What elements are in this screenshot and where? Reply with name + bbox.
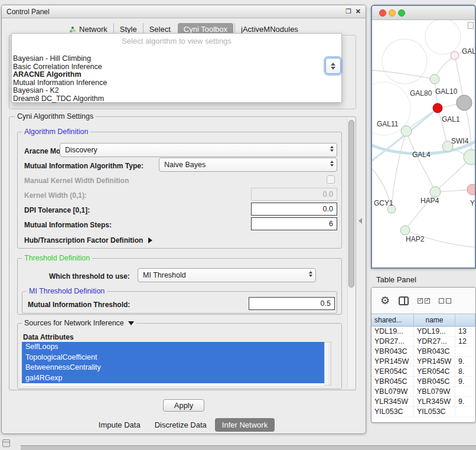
table-row[interactable]: YBL079W YBL079W	[371, 387, 475, 397]
table-row[interactable]: YBR043C YBR043C	[371, 347, 475, 357]
dpi-tolerance-value: 0.0	[323, 205, 333, 213]
minimize-traffic-light-icon[interactable]	[389, 9, 396, 17]
table-row[interactable]: YDR27... YDR27... 12	[371, 337, 475, 347]
cell: YER054C	[371, 367, 414, 376]
sources-group-title: Sources for Network Inference	[24, 319, 124, 327]
cell: YDR27...	[414, 337, 455, 346]
node[interactable]	[467, 184, 475, 195]
node[interactable]	[430, 187, 441, 197]
bottom-panel-edge[interactable]	[21, 445, 476, 450]
attribute-item-selected[interactable]: TopologicalCoefficient	[22, 353, 324, 363]
column-header-name[interactable]: name	[414, 314, 455, 326]
data-attributes-list[interactable]: SelfLoops TopologicalCoefficient Between…	[22, 342, 324, 386]
window-title: Control Panel	[6, 8, 341, 16]
collapse-down-icon	[128, 321, 134, 325]
node[interactable]	[430, 74, 439, 84]
gear-icon[interactable]: ⚙	[380, 295, 390, 306]
combo-arrows-icon	[330, 146, 334, 152]
kernel-width-field: 0.0	[251, 188, 337, 201]
table-panel-window: ⚙ shared... name YDL19... YDL19... 13 YD…	[371, 287, 476, 423]
network-window-titlebar[interactable]	[372, 6, 475, 20]
tab-label-impute-data: Impute Data	[99, 420, 141, 429]
table-row[interactable]: YBR045C YBR045C 9.	[371, 377, 475, 387]
algorithm-option-selected[interactable]: ARACNE Algorithm	[12, 71, 341, 79]
node-label: GAL11	[377, 120, 399, 128]
close-icon[interactable]: ✕	[356, 8, 361, 15]
cell: YIL053C	[414, 407, 455, 416]
network-canvas[interactable]: GAL80 GAL10 GAL11 GAL1 SWI4 GAL4 GCY1 HA…	[372, 20, 475, 268]
mi-algorithm-type-select[interactable]: Naive Bayes	[159, 158, 337, 172]
cell: YER054C	[414, 367, 455, 376]
cyni-algorithm-settings-title: Cyni Algorithm Settings	[15, 112, 96, 120]
aracne-mode-value: Discovery	[65, 146, 97, 154]
tab-infer-network[interactable]: Infer Network	[215, 418, 275, 432]
attributes-list-scrollbar[interactable]	[324, 342, 331, 386]
node-label: GAL1	[442, 115, 460, 123]
zoom-traffic-light-icon[interactable]	[398, 9, 405, 17]
algorithm-option[interactable]: Mutual Information Inference	[12, 79, 341, 87]
data-attributes-label: Data Attributes	[23, 333, 74, 341]
tab-label-infer-network: Infer Network	[222, 420, 268, 429]
node-selected-red[interactable]	[433, 103, 442, 113]
column-header-shared-name[interactable]: shared...	[371, 314, 414, 326]
table-row[interactable]: YER054C YER054C 8.	[371, 367, 475, 377]
algorithm-combo-stepper[interactable]	[325, 58, 341, 74]
control-panel-window: Control Panel ❐ ✕ Network Style Select C…	[1, 5, 366, 434]
cell: YBR045C	[371, 377, 414, 386]
algorithm-option[interactable]: Bayesian - Hill Climbing	[12, 55, 341, 63]
settings-scrollbar[interactable]	[347, 118, 355, 388]
select-all-checks-icon[interactable]	[418, 298, 430, 304]
column-header-clipped[interactable]	[455, 314, 475, 326]
aracne-mode-select[interactable]: Discovery	[60, 143, 337, 157]
algorithm-option[interactable]: Bayesian - K2	[12, 87, 341, 95]
mi-threshold-field[interactable]: 0.5	[249, 297, 335, 310]
mi-steps-field[interactable]: 6	[251, 217, 337, 230]
hub-definition-expander[interactable]: Hub/Transcription Factor Definition	[24, 236, 152, 244]
table-row[interactable]: YDL19... YDL19... 13	[371, 327, 475, 337]
cell: 9.	[455, 357, 475, 366]
node-label: GAL4	[412, 151, 431, 159]
columns-icon[interactable]	[399, 296, 409, 305]
stepper-up-icon	[331, 63, 335, 66]
manual-kernel-width-checkbox[interactable]	[327, 175, 335, 184]
unchecked-box-icon	[439, 298, 444, 304]
attribute-item-selected[interactable]: SelfLoops	[22, 342, 324, 353]
mi-algorithm-type-label: Mutual Information Algorithm Type:	[24, 162, 144, 170]
table-row[interactable]: YIL053C YIL053C	[371, 407, 475, 417]
deselect-all-checks-icon[interactable]	[439, 298, 451, 304]
collapsed-panel-icon[interactable]	[2, 439, 10, 447]
node[interactable]	[464, 149, 475, 165]
tab-label-cyni-toolbox: Cyni Toolbox	[184, 25, 227, 34]
attribute-item-selected[interactable]: gal4RGexp	[22, 373, 324, 384]
apply-button[interactable]: Apply	[163, 399, 204, 412]
combo-arrows-icon	[330, 161, 334, 167]
close-traffic-light-icon[interactable]	[379, 9, 386, 17]
node[interactable]	[451, 51, 459, 60]
cell: YIL053C	[371, 407, 414, 416]
dpi-tolerance-label: DPI Tolerance [0,1]:	[24, 206, 90, 214]
cell: 9.	[455, 377, 475, 386]
node[interactable]	[400, 226, 410, 235]
node[interactable]	[401, 126, 412, 136]
tab-discretize-data[interactable]: Discretize Data	[148, 418, 214, 432]
settings-scrollbar-thumb[interactable]	[348, 120, 354, 288]
table-row[interactable]: YLR345W YLR345W 9.	[371, 397, 475, 407]
which-threshold-select[interactable]: MI Threshold	[138, 268, 316, 282]
sources-group-header[interactable]: Sources for Network Inference	[22, 319, 136, 327]
tab-label-style: Style	[120, 25, 137, 34]
attribute-item-selected[interactable]: BetweennessCentrality	[22, 363, 324, 373]
table-row[interactable]: YPR145W YPR145W 9.	[371, 357, 475, 367]
canvas-scrollbar-button[interactable]	[468, 22, 474, 29]
algorithm-option[interactable]: Dream8 DC_TDC Algorithm	[12, 95, 341, 103]
control-panel-titlebar[interactable]: Control Panel ❐ ✕	[2, 5, 366, 18]
float-window-icon[interactable]: ❐	[345, 8, 351, 15]
kernel-width-label: Kernel Width (0,1):	[24, 191, 87, 200]
tab-impute-data[interactable]: Impute Data	[92, 418, 148, 432]
panel-splitter-handle[interactable]	[358, 218, 362, 224]
dpi-tolerance-field[interactable]: 0.0	[251, 203, 337, 216]
node-gal10-hub[interactable]	[457, 95, 472, 110]
algorithm-option[interactable]: Basic Correlation Inference	[12, 63, 341, 71]
unchecked-box-icon	[446, 298, 451, 304]
cell: 8.	[455, 367, 475, 376]
apply-button-label: Apply	[174, 401, 194, 410]
